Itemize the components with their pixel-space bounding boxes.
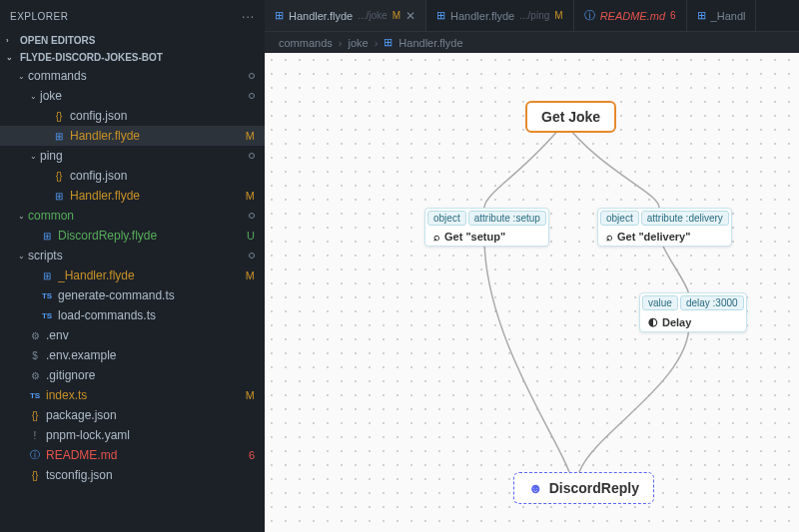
file-icon: TS	[28, 391, 42, 400]
file-icon: ⊞	[52, 131, 66, 142]
node-get-joke[interactable]: Get Joke	[525, 101, 616, 133]
file-icon: ⓘ	[28, 448, 42, 462]
file-icon: {}	[28, 410, 42, 421]
crumb[interactable]: commands	[279, 37, 333, 49]
editor-tab[interactable]: ⊞Handler.flyde.../pingM	[426, 0, 574, 31]
tab-name: Handler.flyde	[450, 10, 514, 22]
tree-row[interactable]: ⓘREADME.md6	[0, 445, 265, 465]
tree-row[interactable]: ⚙.env	[0, 325, 265, 345]
input-pill[interactable]: attribute :delivery	[641, 211, 729, 226]
crumb[interactable]: joke	[348, 37, 368, 49]
chevron-icon: ⌄	[18, 252, 28, 261]
tree-row[interactable]: TSload-commands.ts	[0, 305, 265, 325]
input-pill[interactable]: value	[642, 295, 678, 310]
tree-row[interactable]: ⊞Handler.flydeM	[0, 186, 265, 206]
file-tree: ⌄commands⌄joke{}config.json⊞Handler.flyd…	[0, 66, 265, 485]
crumb[interactable]: Handler.flyde	[399, 37, 462, 49]
file-icon: ⊞	[697, 9, 706, 22]
status-dot	[249, 93, 255, 99]
open-editors-section[interactable]: › OPEN EDITORS	[0, 32, 265, 49]
node-inputs: value delay :3000	[640, 293, 746, 312]
tree-row[interactable]: !pnpm-lock.yaml	[0, 425, 265, 445]
chevron-right-icon: ›	[6, 36, 16, 45]
tree-row[interactable]: TSindex.tsM	[0, 385, 265, 405]
tree-row[interactable]: ⌄ping	[0, 146, 265, 166]
node-get-setup[interactable]: object attribute :setup Get "setup"	[424, 208, 549, 247]
node-delay[interactable]: value delay :3000 Delay	[639, 292, 747, 332]
file-label: index.ts	[46, 388, 246, 402]
file-label: _Handler.flyde	[58, 268, 246, 282]
git-status: 6	[249, 449, 265, 461]
section-label: OPEN EDITORS	[20, 35, 95, 46]
input-pill[interactable]: object	[600, 211, 639, 226]
node-discord-reply[interactable]: DiscordReply	[513, 472, 654, 504]
sidebar-header: EXPLORER ···	[0, 0, 265, 32]
tree-row[interactable]: $.env.example	[0, 345, 265, 365]
flyde-canvas[interactable]: Get Joke object attribute :setup Get "se…	[265, 53, 799, 532]
chevron-icon: ⌄	[30, 92, 40, 101]
file-label: .gitignore	[46, 368, 265, 382]
file-icon: ⊞	[436, 9, 445, 22]
chevron-right-icon: ›	[339, 37, 343, 49]
tree-row[interactable]: TSgenerate-command.ts	[0, 285, 265, 305]
file-label: README.md	[46, 448, 249, 462]
node-label: DiscordReply	[549, 480, 639, 496]
more-icon[interactable]: ···	[242, 8, 255, 24]
file-icon: TS	[40, 311, 54, 320]
file-icon: $	[28, 350, 42, 361]
tab-path: .../ping	[519, 10, 549, 21]
tree-row[interactable]: ⚙.gitignore	[0, 365, 265, 385]
tree-row[interactable]: ⌄common	[0, 206, 265, 226]
tree-row[interactable]: ⌄scripts	[0, 246, 265, 266]
tab-badge: M	[393, 10, 400, 21]
node-get-delivery[interactable]: object attribute :delivery Get "delivery…	[597, 208, 732, 247]
file-label: ping	[40, 149, 249, 163]
input-pill[interactable]: object	[427, 211, 466, 226]
node-label: Delay	[662, 316, 691, 328]
file-label: load-commands.ts	[58, 308, 265, 322]
file-label: package.json	[46, 408, 265, 422]
discord-icon	[528, 480, 543, 496]
chevron-right-icon: ›	[375, 37, 379, 49]
tree-row[interactable]: ⌄commands	[0, 66, 265, 86]
tree-row[interactable]: {}config.json	[0, 106, 265, 126]
sidebar-title: EXPLORER	[10, 11, 68, 22]
tree-row[interactable]: {}package.json	[0, 405, 265, 425]
file-label: commands	[28, 69, 249, 83]
project-section[interactable]: ⌄ FLYDE-DISCORD-JOKES-BOT	[0, 49, 265, 66]
file-icon: ⊞	[52, 191, 66, 202]
file-label: config.json	[70, 109, 265, 123]
tree-row[interactable]: ⊞Handler.flydeM	[0, 126, 265, 146]
tab-name: Handler.flyde	[289, 10, 353, 22]
tab-name: README.md	[600, 10, 665, 22]
breadcrumb[interactable]: commands › joke › ⊞ Handler.flyde	[265, 32, 799, 53]
tree-row[interactable]: ⊞DiscordReply.flydeU	[0, 226, 265, 246]
node-body: DiscordReply	[513, 472, 654, 504]
editor-tab[interactable]: ⊞_Handl	[687, 0, 757, 31]
file-label: DiscordReply.flyde	[58, 229, 247, 243]
close-icon[interactable]: ✕	[405, 9, 415, 23]
tree-row[interactable]: {}tsconfig.json	[0, 465, 265, 485]
node-label: Get Joke	[525, 101, 616, 133]
editor-tab[interactable]: ⊞Handler.flyde.../jokeM✕	[265, 0, 426, 31]
status-dot	[249, 213, 255, 219]
section-label: FLYDE-DISCORD-JOKES-BOT	[20, 52, 163, 63]
node-label: Get "delivery"	[617, 231, 690, 243]
node-inputs: object attribute :delivery	[598, 209, 731, 228]
chevron-icon: ⌄	[30, 152, 40, 161]
tree-row[interactable]: {}config.json	[0, 166, 265, 186]
input-pill[interactable]: attribute :setup	[468, 211, 546, 226]
chevron-icon: ⌄	[18, 212, 28, 221]
editor-area: ⊞Handler.flyde.../jokeM✕⊞Handler.flyde..…	[265, 0, 799, 532]
file-icon: TS	[40, 291, 54, 300]
tree-row[interactable]: ⌄joke	[0, 86, 265, 106]
status-dot	[249, 73, 255, 79]
search-icon	[433, 231, 440, 243]
file-label: common	[28, 209, 249, 223]
input-pill[interactable]: delay :3000	[680, 295, 744, 310]
file-label: joke	[40, 89, 249, 103]
editor-tab[interactable]: ⓘREADME.md6	[574, 0, 687, 31]
tab-badge: 6	[670, 10, 676, 21]
search-icon	[606, 231, 613, 243]
tree-row[interactable]: ⊞_Handler.flydeM	[0, 266, 265, 285]
